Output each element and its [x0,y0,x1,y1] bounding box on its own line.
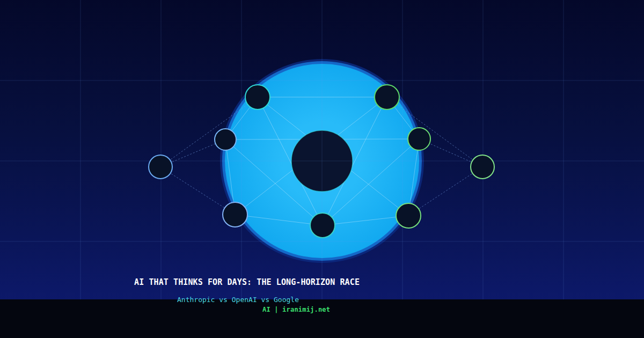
node-right-mid [408,128,430,150]
node-bottom-left [223,202,247,227]
card-subtitle: Anthropic vs OpenAI vs Google [177,296,299,304]
card-title: AI THAT THINKS FOR DAYS: THE LONG-HORIZO… [134,278,360,287]
node-bottom-right [396,203,421,228]
social-card: AI THAT THINKS FOR DAYS: THE LONG-HORIZO… [0,0,644,338]
network-eye-graphic [0,0,644,338]
node-far-right [471,155,494,179]
node-top-right [375,85,399,109]
node-bottom-center [310,213,335,238]
footer-band [0,299,644,338]
node-far-left [149,155,172,179]
node-top-left [245,85,270,109]
site-label: AI | iranimij.net [262,306,330,313]
node-left-mid [215,129,236,150]
